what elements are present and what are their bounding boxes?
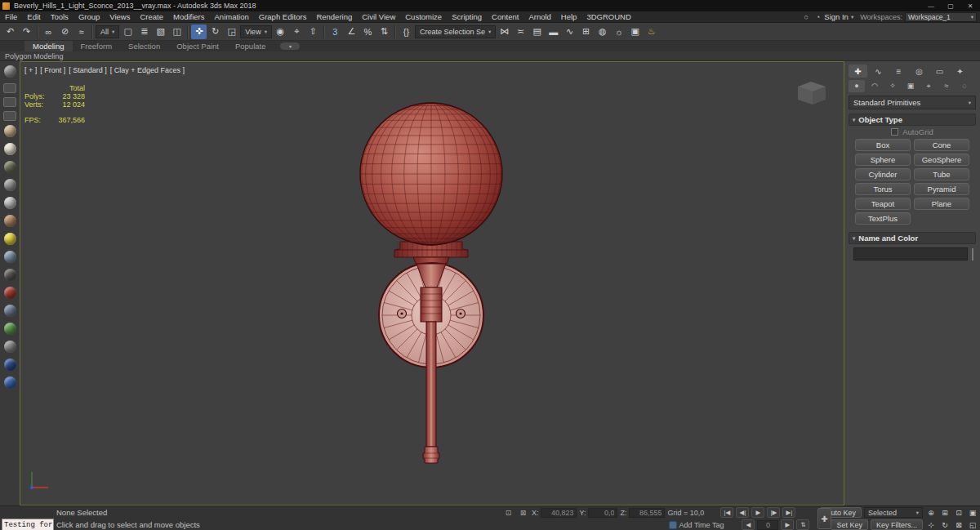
custom-tool-icon[interactable] bbox=[4, 65, 16, 78]
select-and-scale-icon[interactable]: ◲ bbox=[224, 24, 239, 39]
zoom-all-icon[interactable]: ⊞ bbox=[939, 507, 951, 518]
panel-tool-icon[interactable] bbox=[3, 111, 16, 121]
menu-edit[interactable]: Edit bbox=[22, 11, 45, 22]
select-object-icon[interactable]: ▢ bbox=[120, 24, 136, 39]
display-tab-icon[interactable]: ▭ bbox=[930, 65, 949, 78]
menu-tools[interactable]: Tools bbox=[46, 11, 74, 22]
next-frame-button[interactable]: |▶ bbox=[767, 507, 780, 518]
select-by-name-icon[interactable]: ≣ bbox=[136, 24, 152, 39]
custom-tool-icon[interactable] bbox=[4, 197, 16, 209]
shapes-category-icon[interactable]: ◠ bbox=[866, 80, 883, 92]
curve-editor-icon[interactable]: ∿ bbox=[562, 24, 577, 39]
schematic-view-icon[interactable]: ⊞ bbox=[578, 24, 594, 39]
play-button[interactable]: ▶ bbox=[751, 507, 764, 518]
render-setup-icon[interactable]: ☼ bbox=[611, 24, 626, 39]
custom-tool-icon[interactable] bbox=[4, 179, 16, 191]
key-filters-button[interactable]: Key Filters... bbox=[871, 519, 923, 530]
zoom-region-icon[interactable]: ⊠ bbox=[953, 519, 964, 530]
custom-tool-icon[interactable] bbox=[4, 233, 16, 245]
utilities-tab-icon[interactable]: ✦ bbox=[951, 65, 969, 78]
object-type-rollout[interactable]: ▾ Object Type bbox=[849, 114, 976, 126]
menu-group[interactable]: Group bbox=[74, 11, 105, 22]
pyramid-button[interactable]: Pyramid bbox=[914, 183, 969, 195]
window-crossing-icon[interactable]: ◫ bbox=[169, 24, 185, 39]
set-keys-button[interactable]: ✚ bbox=[817, 508, 831, 529]
name-and-color-rollout[interactable]: ▾ Name and Color bbox=[849, 232, 976, 244]
custom-tool-icon[interactable] bbox=[4, 251, 16, 263]
selected-set-dropdown[interactable]: Selected ▾ bbox=[864, 507, 923, 518]
viewport-shading-menu[interactable]: [ Clay + Edged Faces ] bbox=[110, 66, 185, 74]
menu-animation[interactable]: Animation bbox=[210, 11, 254, 22]
selection-filter-dropdown[interactable]: All ▾ bbox=[96, 25, 119, 38]
custom-tool-icon[interactable] bbox=[4, 305, 16, 317]
geosphere-button[interactable]: GeoSphere bbox=[914, 154, 969, 166]
previous-key-button[interactable]: ◀ bbox=[742, 519, 755, 530]
zoom-icon[interactable]: ⊕ bbox=[925, 507, 937, 518]
use-pivot-point-icon[interactable]: ◉ bbox=[273, 24, 288, 39]
panel-tool-icon[interactable] bbox=[3, 83, 16, 93]
systems-category-icon[interactable]: ◌ bbox=[956, 80, 973, 92]
tab-modeling[interactable]: Modeling bbox=[24, 41, 73, 51]
material-editor-icon[interactable]: ◍ bbox=[595, 24, 610, 39]
frame-spinner[interactable]: ⇅ bbox=[796, 519, 809, 530]
sphere-button[interactable]: Sphere bbox=[855, 154, 911, 166]
box-button[interactable]: Box bbox=[855, 139, 911, 151]
tab-object-paint[interactable]: Object Paint bbox=[168, 41, 227, 51]
percent-snap-icon[interactable]: % bbox=[360, 24, 376, 39]
select-and-link-icon[interactable]: ∞ bbox=[41, 24, 56, 39]
lights-category-icon[interactable]: ✧ bbox=[884, 80, 901, 92]
select-and-move-icon[interactable]: ✜ bbox=[191, 24, 207, 39]
workspace-dropdown[interactable]: Workspace_1 ▾ bbox=[905, 12, 977, 22]
zoom-extents-icon[interactable]: ⊡ bbox=[953, 507, 964, 518]
object-color-swatch[interactable] bbox=[972, 248, 973, 261]
menu-graph-editors[interactable]: Graph Editors bbox=[254, 11, 312, 22]
custom-tool-icon[interactable] bbox=[4, 215, 16, 227]
tab-selection[interactable]: Selection bbox=[120, 41, 168, 51]
viewport-renderer-menu[interactable]: [ Standard ] bbox=[69, 66, 107, 74]
spinner-snap-icon[interactable]: ⇅ bbox=[376, 24, 392, 39]
add-time-tag[interactable]: Add Time Tag bbox=[679, 521, 724, 529]
menu-file[interactable]: File bbox=[0, 11, 22, 22]
x-coordinate-field[interactable] bbox=[541, 508, 577, 518]
go-to-end-button[interactable]: ▶| bbox=[782, 507, 795, 518]
modify-tab-icon[interactable]: ∿ bbox=[869, 65, 888, 78]
textplus-button[interactable]: TextPlus bbox=[855, 212, 911, 225]
mirror-icon[interactable]: ⋈ bbox=[497, 24, 512, 39]
pan-icon[interactable]: ⊹ bbox=[925, 519, 937, 530]
geometry-category-icon[interactable]: ● bbox=[849, 80, 865, 92]
layer-explorer-icon[interactable]: ▤ bbox=[529, 24, 545, 39]
snaps-toggle-icon[interactable]: 3 bbox=[327, 24, 343, 39]
cameras-category-icon[interactable]: ▣ bbox=[902, 80, 919, 92]
tab-freeform[interactable]: Freeform bbox=[73, 41, 121, 51]
menu-views[interactable]: Views bbox=[105, 11, 135, 22]
close-button[interactable]: ✕ bbox=[960, 0, 980, 11]
menu-civil-view[interactable]: Civil View bbox=[357, 11, 400, 22]
ribbon-minimize-button[interactable]: ▾ bbox=[280, 42, 300, 50]
restore-button[interactable]: ▢ bbox=[941, 0, 960, 11]
custom-tool-icon[interactable] bbox=[4, 323, 16, 335]
panel-tool-icon[interactable] bbox=[3, 97, 16, 107]
helpers-category-icon[interactable]: ⌖ bbox=[920, 80, 937, 92]
keyboard-override-icon[interactable]: ⇧ bbox=[305, 24, 321, 39]
sconce-model[interactable] bbox=[20, 62, 844, 505]
isolate-selection-icon[interactable]: ⊡ bbox=[502, 507, 514, 518]
create-tab-icon[interactable]: ✚ bbox=[849, 65, 867, 78]
object-name-input[interactable] bbox=[853, 247, 968, 261]
motion-tab-icon[interactable]: ◎ bbox=[910, 65, 929, 78]
menu-customize[interactable]: Customize bbox=[400, 11, 447, 22]
menu-modifiers[interactable]: Modifiers bbox=[168, 11, 210, 22]
primitive-category-dropdown[interactable]: Standard Primitives ▾ bbox=[849, 96, 976, 109]
rendered-frame-window-icon[interactable]: ▣ bbox=[627, 24, 643, 39]
toggle-ribbon-icon[interactable]: ▬ bbox=[546, 24, 561, 39]
custom-tool-icon[interactable] bbox=[4, 269, 16, 281]
menu-content[interactable]: Content bbox=[487, 11, 523, 22]
next-key-button[interactable]: ▶ bbox=[781, 519, 794, 530]
redo-button[interactable]: ↷ bbox=[19, 24, 34, 39]
custom-tool-icon[interactable] bbox=[4, 125, 16, 137]
tab-populate[interactable]: Populate bbox=[227, 41, 274, 51]
menu-3dground[interactable]: 3DGROUND bbox=[581, 11, 635, 22]
set-key-button[interactable]: Set Key bbox=[831, 519, 868, 530]
viewport-general-menu[interactable]: [ + ] bbox=[24, 66, 37, 74]
previous-frame-button[interactable]: ◀| bbox=[736, 507, 749, 518]
current-frame-field[interactable] bbox=[757, 520, 778, 530]
